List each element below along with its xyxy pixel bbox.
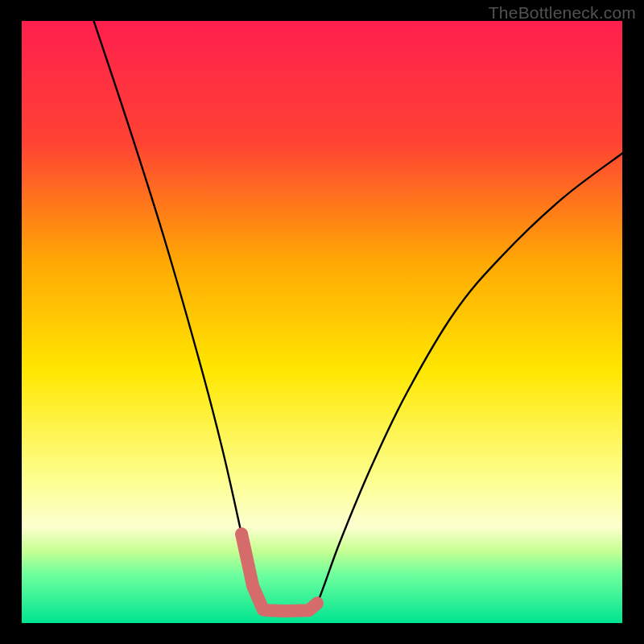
gradient-background	[22, 21, 622, 623]
chart-svg	[22, 21, 622, 623]
watermark-text: TheBottleneck.com	[489, 3, 636, 23]
chart-frame	[22, 21, 622, 623]
